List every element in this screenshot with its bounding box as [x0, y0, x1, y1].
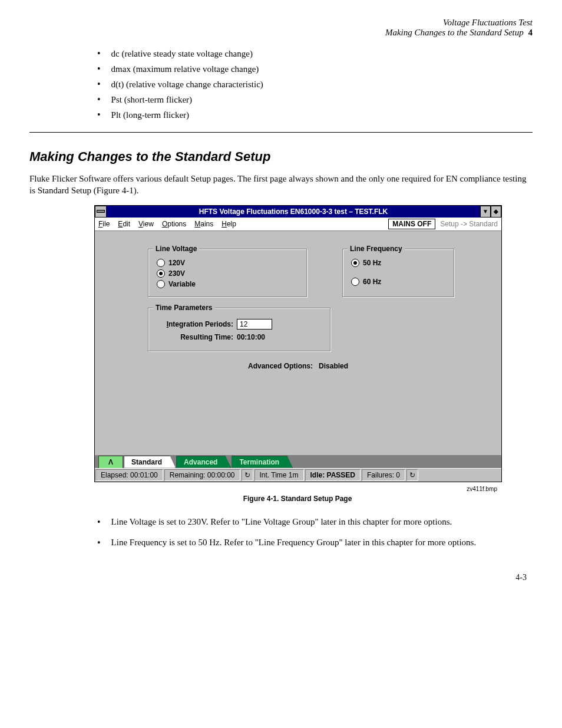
minimize-button[interactable]: ▼ — [480, 206, 491, 218]
list-item: d(t) (relative voltage change characteri… — [97, 79, 533, 90]
tab-standard[interactable]: Standard — [124, 456, 176, 468]
maximize-button[interactable]: ◆ — [491, 206, 501, 218]
group-label: Time Parameters — [153, 304, 215, 312]
window-title: HFTS Voltage Fluctuations EN61000-3-3 te… — [107, 206, 480, 218]
figure-caption: Figure 4-1. Standard Setup Page — [94, 495, 501, 503]
radio-50hz[interactable]: 50 Hz — [351, 259, 445, 267]
intro-paragraph: Fluke Flicker Software offers various de… — [29, 173, 533, 197]
radio-230v[interactable]: 230V — [157, 269, 298, 278]
menu-help[interactable]: Help — [222, 220, 236, 228]
menu-mains[interactable]: Mains — [194, 220, 213, 228]
status-idle: Idle: PASSED — [305, 469, 361, 481]
list-item: Pst (short-term flicker) — [97, 94, 533, 105]
integration-periods-label: Integration Periods: — [157, 320, 233, 328]
advanced-options-row: Advanced Options: Disabled — [248, 362, 478, 370]
chapter-number: 4 — [528, 28, 533, 38]
tab-advanced[interactable]: Advanced — [176, 456, 231, 468]
refresh-icon[interactable]: ↻ — [242, 469, 253, 481]
system-menu-icon[interactable] — [95, 206, 107, 218]
client-area: Line Voltage 120V 230V Variable Line Fre… — [95, 231, 501, 455]
setup-notes-list: Line Voltage is set to 230V. Refer to "L… — [97, 516, 533, 549]
list-item: dmax (maximum relative voltage change) — [97, 64, 533, 74]
list-item: dc (relative steady state voltage change… — [97, 48, 533, 59]
image-filename: zv411f.bmp — [29, 486, 497, 492]
refresh-icon[interactable]: ↻ — [406, 469, 418, 481]
menu-options[interactable]: Options — [162, 220, 186, 228]
page-number: 4-3 — [29, 573, 527, 582]
integration-periods-input[interactable] — [237, 319, 272, 330]
status-elapsed: Elapsed: 00:01:00 — [95, 469, 163, 481]
status-bar: Elapsed: 00:01:00 Remaining: 00:00:00 ↻ … — [95, 468, 501, 482]
app-window: HFTS Voltage Fluctuations EN61000-3-3 te… — [94, 205, 502, 482]
mains-off-indicator: MAINS OFF — [388, 219, 435, 229]
time-parameters-group: Time Parameters Integration Periods: Res… — [148, 308, 330, 351]
line-voltage-group: Line Voltage 120V 230V Variable — [148, 249, 307, 297]
group-label: Line Frequency — [348, 245, 405, 253]
resulting-time-label: Resulting Time: — [157, 333, 233, 341]
resulting-time-value: 00:10:00 — [237, 333, 265, 341]
list-item: Line Voltage is set to 230V. Refer to "L… — [97, 516, 533, 529]
section-heading: Making Changes to the Standard Setup — [29, 149, 533, 164]
menu-view[interactable]: View — [138, 220, 154, 228]
divider — [29, 132, 533, 133]
radio-120v[interactable]: 120V — [157, 259, 298, 267]
radio-variable[interactable]: Variable — [157, 280, 298, 288]
mode-indicator: Setup -> Standard — [440, 220, 498, 228]
menu-file[interactable]: File — [98, 220, 110, 228]
tab-lambda[interactable]: Λ — [98, 456, 123, 468]
list-item: Plt (long-term flicker) — [97, 110, 533, 120]
status-inttime: Int. Time 1m — [254, 469, 304, 481]
running-header: Voltage Fluctuations Test Making Changes… — [29, 18, 533, 38]
tab-termination[interactable]: Termination — [232, 456, 293, 468]
status-failures: Failures: 0 — [362, 469, 405, 481]
status-remaining: Remaining: 00:00:00 — [164, 469, 240, 481]
title-bar: HFTS Voltage Fluctuations EN61000-3-3 te… — [95, 206, 501, 218]
section-ref: Making Changes to the Standard Setup — [385, 28, 524, 37]
list-item: Line Frequency is set to 50 Hz. Refer to… — [97, 536, 533, 549]
menu-edit[interactable]: Edit — [118, 220, 130, 228]
line-frequency-group: Line Frequency 50 Hz 60 Hz — [342, 249, 454, 297]
measurement-list: dc (relative steady state voltage change… — [97, 48, 533, 120]
tab-bar: Λ Standard Advanced Termination — [95, 455, 501, 468]
radio-60hz[interactable]: 60 Hz — [351, 278, 445, 286]
menu-bar: File Edit View Options Mains Help MAINS … — [95, 218, 501, 231]
group-label: Line Voltage — [153, 245, 199, 253]
